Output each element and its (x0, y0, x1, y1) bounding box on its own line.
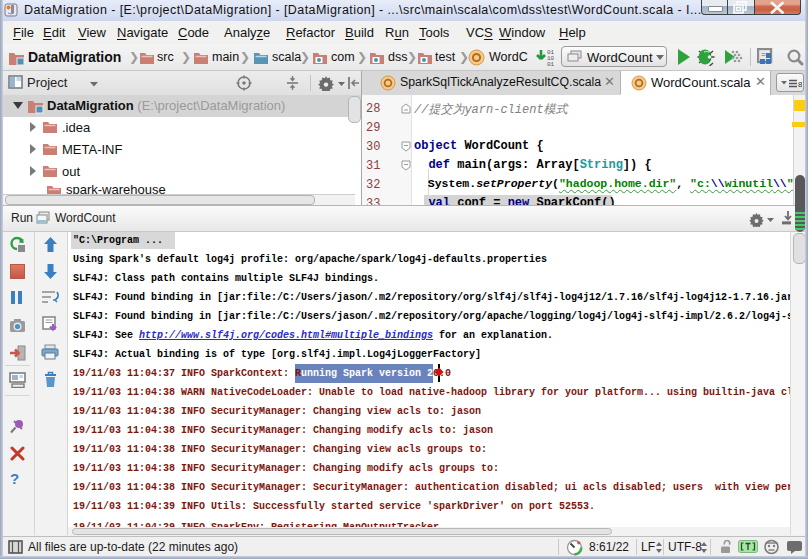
svg-text:8: 8 (798, 80, 802, 89)
svg-text:01: 01 (547, 61, 555, 67)
